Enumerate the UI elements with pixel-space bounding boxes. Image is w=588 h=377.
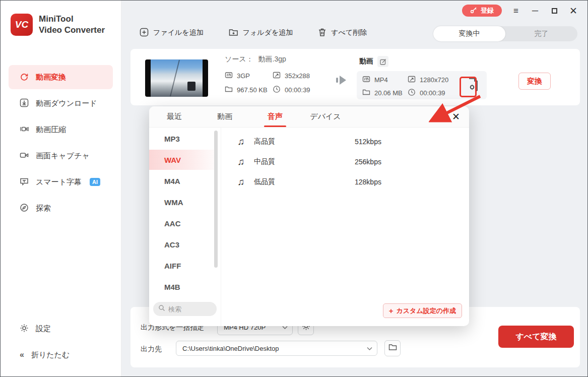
quality-label: 高品質	[254, 137, 275, 146]
create-custom-setting-button[interactable]: + カスタム設定の作成	[383, 303, 462, 318]
tab-done[interactable]: 完了	[505, 26, 577, 41]
popup-tab-recent[interactable]: 最近	[149, 106, 200, 127]
output-format: MP4	[362, 75, 388, 85]
delete-all-button[interactable]: すべて削除	[318, 25, 367, 41]
compress-icon	[20, 124, 29, 135]
collapse-icon: «	[20, 350, 24, 359]
format-item-wma[interactable]: WMA	[149, 192, 221, 212]
quality-row-medium[interactable]: ♫ 中品質 256kbps	[221, 152, 469, 172]
source-size-value: 967.50 KB	[237, 86, 268, 94]
app-title: MiniTool Video Converter	[39, 14, 105, 36]
popup-close-button[interactable]: ✕	[452, 111, 460, 122]
maximize-button[interactable]	[549, 6, 559, 16]
add-folder-button[interactable]: フォルダを追加	[229, 25, 293, 41]
sidebar-item-label: 画面キャプチャ	[36, 151, 90, 161]
source-label: ソース： 動画.3gp	[225, 55, 286, 64]
settings-button[interactable]: 設定	[9, 318, 113, 339]
quality-row-high[interactable]: ♫ 高品質 512kbps	[221, 132, 469, 152]
quality-label: 低品質	[254, 177, 275, 186]
sidebar-item-smart-subtitle[interactable]: スマート字幕 AI	[9, 170, 113, 194]
output-label: 動画	[359, 57, 373, 66]
source-resolution: 352x288	[273, 71, 310, 81]
convert-all-button[interactable]: すべて変換	[498, 326, 574, 348]
key-icon	[470, 7, 477, 15]
add-file-icon	[140, 28, 149, 38]
settings-label: 設定	[36, 324, 51, 334]
clock-icon	[408, 88, 416, 98]
quality-label: 中品質	[254, 157, 275, 166]
delete-all-label: すべて削除	[331, 28, 367, 37]
output-duration-value: 00:00:39	[420, 89, 445, 97]
resolution-icon	[408, 75, 416, 85]
resolution-icon	[273, 71, 281, 81]
edit-button[interactable]	[377, 56, 388, 67]
camera-icon	[20, 151, 29, 161]
output-size-value: 20.06 MB	[374, 89, 403, 97]
ai-badge: AI	[90, 178, 100, 186]
convert-icon	[20, 72, 29, 83]
output-duration: 00:00:39	[408, 88, 445, 98]
sidebar-item-video-compress[interactable]: 動画圧縮	[9, 117, 113, 142]
format-item-m4a[interactable]: M4A	[149, 171, 221, 191]
source-format-value: 3GP	[237, 72, 250, 80]
app-title-line2: Video Converter	[39, 25, 105, 36]
format-icon	[225, 71, 233, 81]
sidebar-item-video-download[interactable]: 動画ダウンロード	[9, 91, 113, 115]
register-button[interactable]: 登録	[462, 5, 502, 17]
close-button[interactable]: ✕	[568, 6, 578, 16]
tab-converting[interactable]: 変換中	[433, 26, 505, 41]
plus-icon: +	[389, 306, 394, 315]
format-item-wav[interactable]: WAV	[149, 150, 221, 170]
format-item-ac3[interactable]: AC3	[149, 234, 221, 255]
subtitle-icon	[20, 177, 29, 187]
popup-body: MP3 WAV M4A WMA AAC AC3 AIFF M4B	[149, 128, 469, 326]
quality-row-low[interactable]: ♫ 低品質 128kbps	[221, 172, 469, 192]
add-file-label: ファイルを追加	[153, 28, 204, 37]
app-window: VC MiniTool Video Converter 動画変換 動画ダウンロー…	[0, 0, 588, 377]
sidebar-item-explore[interactable]: 探索	[9, 196, 113, 220]
flow-arrow-icon	[336, 75, 347, 87]
format-item-aac[interactable]: AAC	[149, 213, 221, 233]
output-dest-dropdown[interactable]: C:\Users\tinka\OneDrive\Desktop	[176, 341, 377, 356]
titlebar: 登録 ≡ ─ ✕	[121, 1, 587, 21]
create-custom-setting-label: カスタム設定の作成	[396, 306, 456, 316]
annotation-highlight-box	[460, 77, 477, 97]
popup-tab-device[interactable]: デバイス	[300, 106, 351, 127]
source-duration-value: 00:00:39	[285, 86, 310, 94]
add-file-button[interactable]: ファイルを追加	[140, 25, 204, 41]
output-format-value: MP4	[374, 76, 388, 84]
quality-list: ♫ 高品質 512kbps ♫ 中品質 256kbps ♫ 低品質 128kbp…	[221, 132, 469, 192]
browse-folder-button[interactable]	[384, 340, 401, 356]
format-icon	[362, 75, 370, 85]
video-thumbnail	[145, 59, 208, 97]
output-dest-value: C:\Users\tinka\OneDrive\Desktop	[182, 345, 279, 352]
thumbnail-image	[151, 59, 203, 97]
search-input[interactable]	[168, 305, 210, 313]
sidebar-item-label: スマート字幕	[36, 177, 82, 187]
sidebar-item-screen-capture[interactable]: 画面キャプチャ	[9, 144, 113, 168]
popup-tab-audio[interactable]: 音声	[250, 106, 300, 127]
collapse-button[interactable]: « 折りたたむ	[9, 344, 113, 365]
format-item-m4b[interactable]: M4B	[149, 277, 221, 297]
main-area: 登録 ≡ ─ ✕ ファイルを追加 フォルダを追加 すべて削除 変換中 完了	[121, 1, 587, 376]
format-item-aiff[interactable]: AIFF	[149, 256, 221, 276]
gear-icon	[20, 324, 29, 334]
popup-tab-video[interactable]: 動画	[200, 106, 250, 127]
format-search	[153, 302, 217, 316]
sidebar-item-label: 動画ダウンロード	[36, 99, 97, 108]
menu-icon[interactable]: ≡	[511, 6, 521, 16]
music-note-icon: ♫	[237, 176, 244, 187]
source-resolution-value: 352x288	[285, 72, 310, 80]
minimize-button[interactable]: ─	[530, 6, 540, 16]
clock-icon	[273, 85, 281, 95]
format-item-mp3[interactable]: MP3	[149, 129, 221, 149]
format-list-scrollbar[interactable]	[214, 131, 218, 268]
source-duration: 00:00:39	[273, 85, 310, 95]
convert-button[interactable]: 変換	[518, 73, 551, 90]
output-size: 20.06 MB	[362, 88, 403, 98]
toolbar: ファイルを追加 フォルダを追加 すべて削除	[140, 25, 367, 41]
sidebar-item-video-convert[interactable]: 動画変換	[9, 65, 113, 89]
task-row: ソース： 動画.3gp 3GP 352x288 967.50 KB 00:00:…	[130, 49, 580, 105]
music-note-icon: ♫	[237, 156, 244, 167]
add-folder-icon	[229, 28, 238, 38]
